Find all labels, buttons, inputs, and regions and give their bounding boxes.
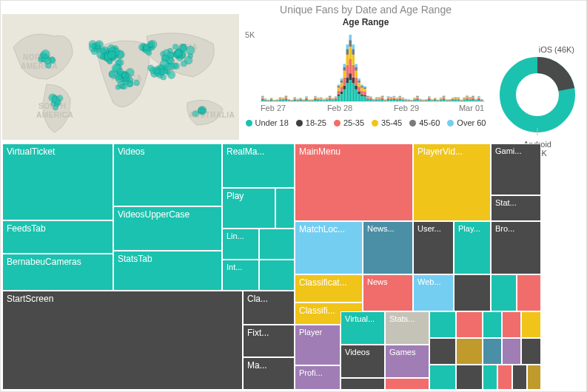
svg-rect-365 (355, 86, 358, 89)
treemap-cell[interactable] (517, 274, 541, 311)
treemap-cell[interactable]: BernabeuCameras (2, 254, 113, 291)
svg-rect-597 (466, 95, 469, 96)
treemap-cell[interactable]: VirtualTicket (2, 143, 113, 220)
treemap-cell[interactable]: User... (413, 221, 454, 274)
svg-rect-247 (296, 99, 299, 100)
svg-rect-373 (358, 83, 360, 87)
map-chart[interactable]: NORTHAMERICA SOUTHAMERICA AFRICA ASIA AU… (2, 14, 239, 140)
svg-rect-549 (443, 95, 446, 96)
treemap-cell[interactable]: PlayerVid... (413, 143, 491, 221)
svg-rect-306 (326, 99, 329, 100)
treemap-cell[interactable]: Games (385, 345, 429, 378)
treemap-cell[interactable]: Stat... (491, 195, 541, 221)
treemap-cell[interactable]: VideosUpperCase (113, 206, 222, 251)
svg-rect-602 (469, 98, 472, 98)
svg-rect-397 (369, 98, 372, 98)
treemap-cell[interactable]: News... (363, 221, 413, 274)
treemap-cell[interactable] (527, 365, 541, 390)
treemap-cell[interactable]: MainMenu (295, 143, 413, 221)
treemap-cell[interactable]: Cla... (243, 291, 295, 325)
svg-rect-595 (466, 96, 469, 97)
treemap-cell[interactable]: Videos (341, 345, 385, 378)
treemap-cell[interactable] (456, 338, 483, 365)
svg-rect-239 (293, 100, 296, 101)
svg-rect-427 (384, 100, 387, 101)
svg-rect-450 (396, 99, 399, 100)
svg-rect-539 (440, 100, 443, 101)
treemap-cell[interactable]: Play (222, 188, 275, 229)
treemap-cell[interactable] (429, 311, 456, 338)
treemap-cell[interactable] (483, 311, 502, 338)
treemap-cell[interactable] (497, 365, 512, 390)
treemap-cell[interactable] (491, 274, 517, 311)
treemap-cell[interactable] (429, 365, 456, 390)
treemap-cell[interactable]: Virtual... (341, 311, 385, 345)
svg-rect-294 (320, 99, 323, 100)
svg-rect-456 (399, 98, 402, 99)
treemap-cell[interactable] (275, 188, 295, 229)
treemap-cell[interactable] (483, 338, 502, 365)
treemap-cell[interactable]: Play... (454, 221, 491, 274)
treemap-cell[interactable]: Videos (113, 143, 222, 206)
svg-rect-494 (416, 96, 419, 97)
svg-rect-209 (279, 100, 282, 101)
treemap-cell[interactable]: Int... (222, 260, 259, 291)
svg-rect-553 (446, 100, 449, 101)
svg-rect-406 (375, 100, 378, 101)
svg-text:Mar 01: Mar 01 (459, 104, 484, 112)
treemap-cell[interactable]: FeedsTab (2, 220, 113, 254)
treemap-cell[interactable]: Profi... (295, 365, 341, 390)
svg-rect-604 (472, 100, 474, 101)
svg-rect-571 (454, 98, 457, 98)
treemap-cell[interactable]: Gami... (491, 143, 541, 195)
treemap-cell[interactable]: Bro... (491, 221, 541, 274)
svg-rect-381 (360, 84, 363, 86)
treemap-cell[interactable]: News (363, 274, 413, 311)
svg-rect-478 (410, 101, 413, 101)
treemap-cell[interactable]: Fixt... (243, 325, 295, 357)
treemap-cell[interactable]: Classificat... (295, 274, 363, 303)
treemap-cell[interactable] (341, 378, 385, 390)
treemap-cell[interactable] (483, 365, 497, 390)
treemap-cell[interactable] (521, 338, 541, 365)
svg-rect-468 (404, 100, 407, 101)
svg-rect-379 (360, 88, 363, 91)
treemap-cell[interactable] (456, 311, 483, 338)
treemap-cell[interactable] (502, 311, 521, 338)
treemap-cell[interactable] (456, 365, 483, 390)
bar-chart[interactable]: Unique Fans by Date and Age Range Age Ra… (244, 4, 488, 141)
svg-rect-372 (358, 87, 360, 92)
treemap-cell[interactable] (385, 378, 429, 390)
svg-rect-439 (390, 98, 393, 98)
svg-rect-194 (270, 98, 273, 99)
treemap-cell[interactable] (259, 229, 295, 260)
svg-rect-385 (363, 89, 366, 92)
svg-rect-528 (434, 99, 437, 100)
treemap-cell[interactable]: RealMa... (222, 143, 295, 188)
treemap-cell[interactable]: MatchLoc... (295, 221, 363, 274)
svg-rect-542 (440, 98, 443, 98)
svg-rect-337 (341, 83, 343, 87)
treemap-cell[interactable] (521, 311, 541, 338)
svg-rect-517 (428, 97, 431, 98)
svg-rect-330 (338, 91, 341, 95)
treemap-cell[interactable] (512, 365, 527, 390)
treemap-cell[interactable]: Ma... (243, 357, 295, 390)
svg-rect-608 (472, 96, 474, 97)
treemap-cell[interactable] (502, 338, 521, 365)
treemap-cell[interactable]: Stats... (385, 311, 429, 345)
treemap-cell[interactable] (429, 338, 456, 365)
svg-rect-526 (434, 101, 437, 102)
svg-rect-546 (443, 98, 446, 99)
treemap-cell[interactable]: Web... (413, 274, 454, 311)
treemap-cell[interactable]: Player (295, 325, 341, 365)
svg-rect-414 (378, 98, 381, 99)
treemap-cell[interactable]: StatsTab (113, 251, 222, 291)
treemap-cell[interactable] (259, 260, 295, 291)
treemap-cell[interactable]: StartScreen (2, 291, 243, 390)
treemap-cell[interactable] (454, 274, 491, 311)
svg-rect-177 (261, 96, 264, 97)
svg-rect-218 (282, 98, 285, 99)
treemap-chart[interactable]: VirtualTicketFeedsTabBernabeuCamerasVide… (2, 143, 585, 390)
treemap-cell[interactable]: Lin... (222, 229, 259, 260)
